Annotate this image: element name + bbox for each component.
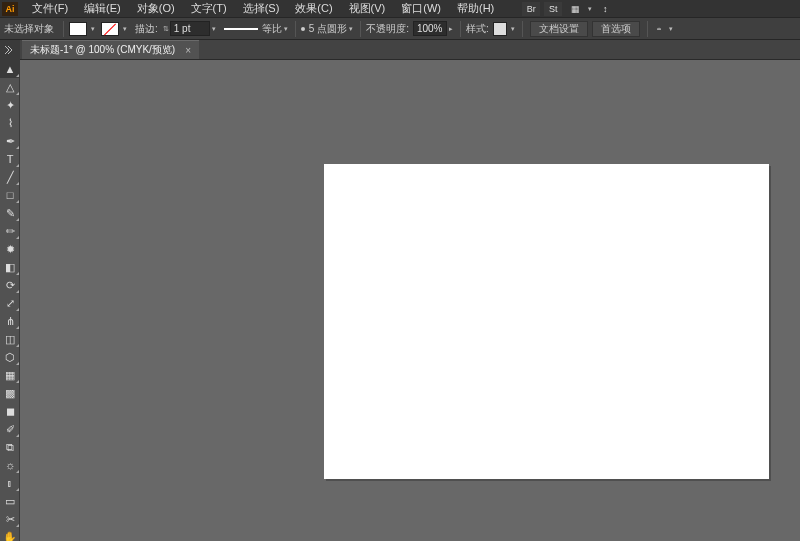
panel-collapse-icon[interactable] [0,40,20,60]
shape-builder-tool[interactable]: ⬡ [0,348,20,366]
column-graph-tool[interactable]: ⫾ [0,474,20,492]
rectangle-tool[interactable]: □ [0,186,20,204]
align-dd-icon[interactable]: ▾ [667,22,675,36]
type-tool[interactable]: T [0,150,20,168]
stroke-swatch[interactable] [101,22,119,36]
symbol-sprayer-tool[interactable]: ☼ [0,456,20,474]
tab-close-icon[interactable]: × [185,45,191,56]
menu-edit[interactable]: 编辑(E) [76,1,129,16]
opacity-dd-icon[interactable]: ▸ [447,22,455,36]
gradient-tool[interactable]: ◼ [0,402,20,420]
menu-bar: Ai 文件(F) 编辑(E) 对象(O) 文字(T) 选择(S) 效果(C) 视… [0,0,800,17]
scale-tool[interactable]: ⤢ [0,294,20,312]
document-tab-bar: 未标题-1* @ 100% (CMYK/预览) × [0,40,800,60]
arrange-documents-icon[interactable]: ▦ [566,2,584,16]
stroke-dropdown-icon[interactable]: ▾ [121,22,129,36]
stroke-weight-input[interactable] [170,21,210,36]
perspective-grid-tool[interactable]: ▦ [0,366,20,384]
selection-status: 未选择对象 [4,22,54,36]
stroke-style-dd-icon[interactable]: ▾ [282,22,290,36]
stroke-style-label: 等比 [262,22,282,36]
graphic-style-swatch[interactable] [493,22,507,36]
width-tool[interactable]: ⋔ [0,312,20,330]
pencil-tool[interactable]: ✏ [0,222,20,240]
slice-tool[interactable]: ✂ [0,510,20,528]
menu-view[interactable]: 视图(V) [341,1,394,16]
menu-help[interactable]: 帮助(H) [449,1,502,16]
preferences-button[interactable]: 首选项 [592,21,640,37]
brush-sample-icon [301,27,305,31]
artboard-tool[interactable]: ▭ [0,492,20,510]
opacity-label: 不透明度: [366,22,409,36]
workspace-switch-icon[interactable]: ↕ [596,2,614,16]
stock-icon[interactable]: St [544,2,562,16]
canvas-area[interactable] [20,60,800,541]
style-dd-icon[interactable]: ▾ [509,22,517,36]
line-tool[interactable]: ╱ [0,168,20,186]
free-transform-tool[interactable]: ◫ [0,330,20,348]
align-icon[interactable]: ⫨ [653,22,667,36]
opacity-input[interactable] [413,21,447,36]
stroke-profile-icon[interactable] [224,28,258,30]
rotate-tool[interactable]: ⟳ [0,276,20,294]
menu-object[interactable]: 对象(O) [129,1,183,16]
pen-tool[interactable]: ✒ [0,132,20,150]
mesh-tool[interactable]: ▩ [0,384,20,402]
selection-tool[interactable]: ▲ [0,60,20,78]
document-tab[interactable]: 未标题-1* @ 100% (CMYK/预览) × [22,40,199,59]
menu-window[interactable]: 窗口(W) [393,1,449,16]
lasso-tool[interactable]: ⌇ [0,114,20,132]
brush-name: 5 点圆形 [309,22,347,36]
stroke-label: 描边: [135,22,158,36]
document-tab-title: 未标题-1* @ 100% (CMYK/预览) [30,43,175,57]
menu-file[interactable]: 文件(F) [24,1,76,16]
menu-select[interactable]: 选择(S) [235,1,288,16]
fill-swatch[interactable] [69,22,87,36]
blob-brush-tool[interactable]: ✹ [0,240,20,258]
stroke-weight-dd-icon[interactable]: ▾ [210,22,218,36]
brush-dd-icon[interactable]: ▾ [347,22,355,36]
style-label: 样式: [466,22,489,36]
control-bar: 未选择对象 ▾ ▾ 描边: ⇅ ▾ 等比 ▾ 5 点圆形 ▾ 不透明度: ▸ 样… [0,17,800,40]
eraser-tool[interactable]: ◧ [0,258,20,276]
eyedropper-tool[interactable]: ✐ [0,420,20,438]
paintbrush-tool[interactable]: ✎ [0,204,20,222]
document-setup-button[interactable]: 文档设置 [530,21,588,37]
menu-text[interactable]: 文字(T) [183,1,235,16]
artboard[interactable] [324,164,769,479]
direct-selection-tool[interactable]: △ [0,78,20,96]
stroke-stepper-icon[interactable]: ⇅ [162,22,170,36]
menu-effect[interactable]: 效果(C) [287,1,340,16]
arrange-documents-dd-icon[interactable]: ▾ [586,2,594,16]
tools-panel: ▲ △ ✦ ⌇ ✒ T ╱ □ ✎ ✏ ✹ ◧ ⟳ ⤢ ⋔ ◫ ⬡ ▦ ▩ ◼ … [0,60,20,541]
magic-wand-tool[interactable]: ✦ [0,96,20,114]
bridge-icon[interactable]: Br [522,2,540,16]
app-logo-icon: Ai [2,2,18,16]
blend-tool[interactable]: ⧉ [0,438,20,456]
hand-tool[interactable]: ✋ [0,528,20,541]
fill-dropdown-icon[interactable]: ▾ [89,22,97,36]
